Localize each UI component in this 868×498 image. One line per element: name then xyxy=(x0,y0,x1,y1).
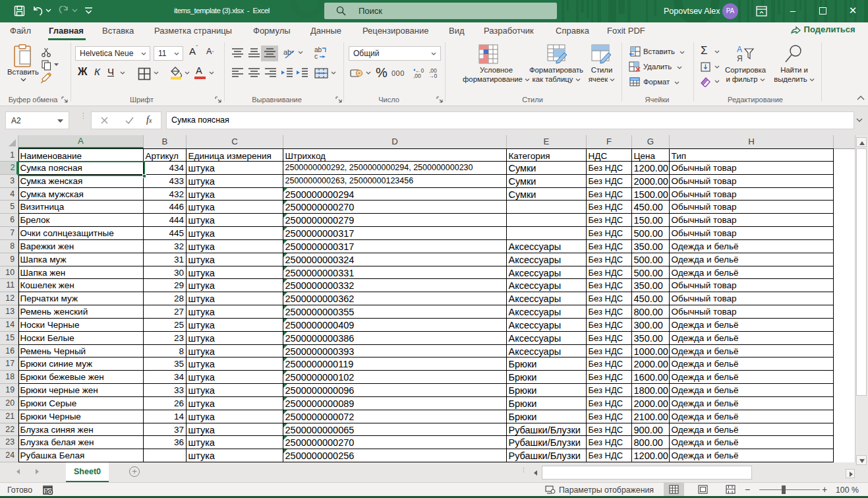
svg-text:А: А xyxy=(737,45,742,54)
svg-text:→0: →0 xyxy=(428,73,438,78)
svg-text:,00: ,00 xyxy=(413,73,421,78)
svg-text:ab: ab xyxy=(283,48,291,56)
svg-text:c: c xyxy=(314,53,318,60)
svg-text:Я: Я xyxy=(737,54,743,63)
